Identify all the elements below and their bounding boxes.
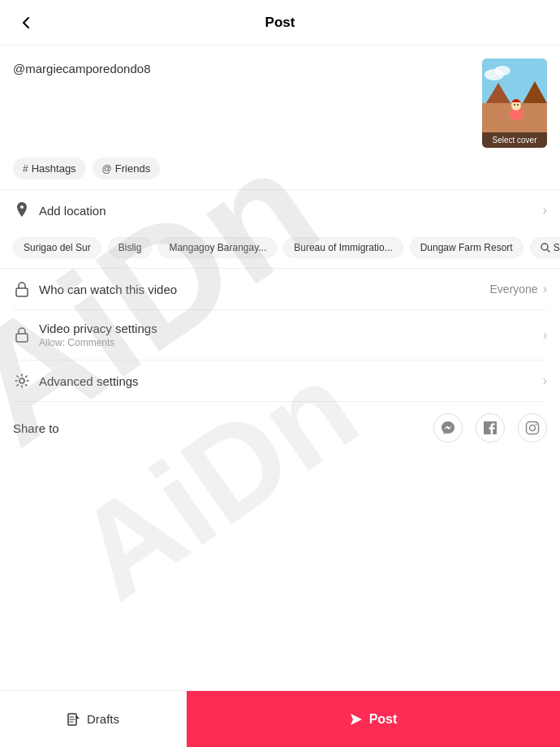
- hashtags-label: Hashtags: [32, 162, 76, 175]
- drafts-icon: [67, 713, 80, 726]
- messenger-icon: [441, 421, 455, 435]
- chip-mangagoy[interactable]: Mangagoy Barangay...: [158, 237, 277, 258]
- friends-button[interactable]: @ Friends: [93, 158, 161, 179]
- search-more-chip[interactable]: Search more: [530, 237, 560, 258]
- post-icon: [350, 713, 363, 726]
- location-row[interactable]: Add location ›: [0, 190, 560, 231]
- chip-surigao[interactable]: Surigao del Sur: [13, 237, 101, 258]
- location-chevron-icon: ›: [543, 203, 547, 218]
- messenger-button[interactable]: [433, 413, 463, 443]
- share-row: Share to: [0, 402, 560, 454]
- hashtags-button[interactable]: # Hashtags: [13, 158, 86, 179]
- hashtag-icon: #: [23, 163, 28, 175]
- svg-point-2: [494, 66, 510, 76]
- video-privacy-left: Video privacy settings Allow: Comments: [13, 322, 157, 348]
- svg-point-8: [514, 104, 515, 106]
- drafts-button[interactable]: Drafts: [0, 691, 187, 747]
- bottom-bar: Drafts Post: [0, 690, 560, 747]
- instagram-button[interactable]: [518, 413, 547, 443]
- svg-point-13: [19, 378, 24, 383]
- location-icon: [13, 201, 31, 219]
- video-privacy-label: Video privacy settings: [39, 322, 157, 335]
- video-privacy-col: Video privacy settings Allow: Comments: [39, 322, 157, 348]
- post-label: Post: [369, 712, 398, 727]
- svg-rect-11: [16, 288, 28, 296]
- svg-rect-12: [16, 334, 28, 342]
- who-can-watch-left: Who can watch this video: [13, 280, 177, 298]
- who-can-watch-label: Who can watch this video: [39, 283, 177, 296]
- svg-rect-14: [527, 422, 539, 434]
- video-privacy-chevron-icon: ›: [543, 328, 547, 343]
- lock-icon: [13, 280, 31, 298]
- facebook-button[interactable]: [476, 413, 505, 443]
- gear-icon: [13, 372, 31, 390]
- share-icons: [433, 413, 547, 443]
- cover-label: Select cover: [482, 132, 547, 148]
- svg-point-9: [517, 104, 519, 106]
- facebook-icon: [483, 421, 498, 435]
- svg-point-16: [536, 424, 537, 425]
- svg-point-15: [530, 425, 536, 431]
- location-chips: Surigao del Sur Bislig Mangagoy Barangay…: [0, 231, 560, 268]
- search-icon: [541, 243, 550, 253]
- advanced-settings-row[interactable]: Advanced settings ›: [0, 361, 560, 401]
- share-to-label: Share to: [13, 421, 59, 435]
- who-can-watch-chevron-icon: ›: [543, 282, 547, 296]
- video-privacy-row[interactable]: Video privacy settings Allow: Comments ›: [0, 310, 560, 360]
- search-more-label: Search more: [554, 242, 560, 253]
- advanced-settings-chevron-icon: ›: [543, 374, 547, 388]
- friends-label: Friends: [115, 162, 150, 175]
- post-button[interactable]: Post: [187, 691, 560, 747]
- cover-container[interactable]: Select cover: [482, 58, 547, 148]
- at-icon: @: [102, 163, 112, 175]
- chip-dungaw[interactable]: Dungaw Farm Resort: [410, 237, 523, 258]
- chip-bislig[interactable]: Bislig: [108, 237, 153, 258]
- chip-bureau[interactable]: Bureau of Immigratio...: [283, 237, 403, 258]
- who-can-watch-row[interactable]: Who can watch this video Everyone ›: [0, 269, 560, 309]
- content-area: @margiecamporedondo8: [0, 45, 560, 454]
- lock-sm-icon: [13, 326, 31, 344]
- who-can-watch-value: Everyone: [490, 283, 538, 296]
- svg-point-10: [541, 244, 548, 250]
- page-title: Post: [265, 15, 295, 31]
- instagram-icon: [525, 421, 540, 435]
- svg-marker-18: [351, 714, 362, 725]
- advanced-settings-left: Advanced settings: [13, 372, 139, 390]
- username-label: @margiecamporedondo8: [13, 58, 151, 76]
- location-left: Add location: [13, 201, 106, 219]
- who-can-watch-right: Everyone ›: [490, 282, 547, 296]
- advanced-settings-label: Advanced settings: [39, 374, 139, 388]
- username-cover-row: @margiecamporedondo8: [0, 45, 560, 148]
- location-label: Add location: [39, 204, 106, 218]
- header: Post: [0, 0, 560, 45]
- drafts-label: Drafts: [87, 712, 119, 726]
- back-button[interactable]: [13, 10, 39, 36]
- video-privacy-sub: Allow: Comments: [39, 337, 157, 348]
- tags-row: # Hashtags @ Friends: [0, 148, 560, 179]
